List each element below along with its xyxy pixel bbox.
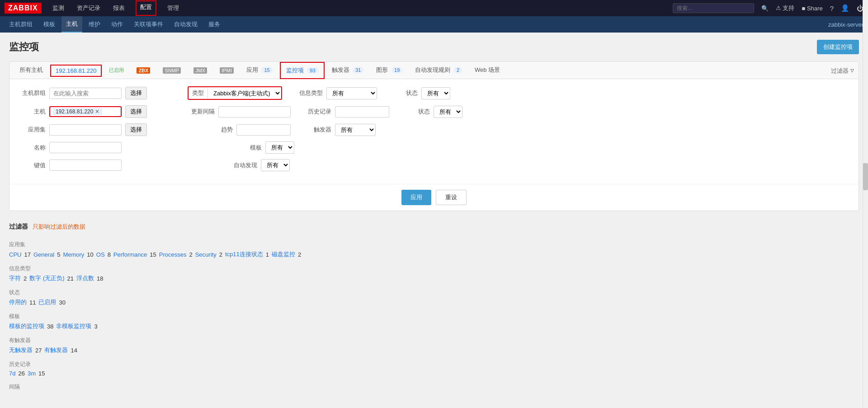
field-type: 类型 Zabbix客户端(主动式) Zabbix客户端(被动式) SNMP JM… xyxy=(188,86,282,100)
tab-web[interactable]: Web 场景 xyxy=(469,62,505,79)
app-disk[interactable]: 磁盘监控 xyxy=(272,250,295,258)
trigger-select[interactable]: 所有 有触发器 无触发器 xyxy=(335,124,376,136)
app-security[interactable]: Security xyxy=(195,251,217,258)
update-interval-input[interactable] xyxy=(218,106,291,117)
tab-jmx[interactable]: JMX xyxy=(188,63,212,78)
host-tag-remove[interactable]: ✕ xyxy=(95,108,99,115)
filter-row-3: 应用集 选择 趋势 触发器 所有 有触发器 无触发器 xyxy=(19,123,849,136)
no-trigger[interactable]: 无触发器 xyxy=(9,346,33,354)
tab-triggers[interactable]: 触发器 31 xyxy=(326,62,369,79)
app-set-select-button[interactable]: 选择 xyxy=(125,123,147,136)
tab-enabled[interactable]: 已启用 xyxy=(104,63,129,78)
nav-templates[interactable]: 模板 xyxy=(39,17,60,32)
search-input[interactable] xyxy=(673,3,754,13)
app-cpu[interactable]: CPU xyxy=(9,251,21,258)
trigger-section-label: 有触发器 xyxy=(9,337,859,344)
search-icon[interactable]: 🔍 xyxy=(761,5,769,12)
name-label: 名称 xyxy=(19,144,46,152)
page-content: 监控项 创建监控项 所有主机 192.168.81.220 已启用 ZBX SN… xyxy=(0,33,868,408)
history-7d[interactable]: 7d xyxy=(9,370,15,377)
tab-graphs[interactable]: 图形 19 xyxy=(371,62,408,79)
trend-input[interactable] xyxy=(236,124,291,136)
history-input[interactable] xyxy=(335,106,389,117)
history-links: 7d 26 3m 15 xyxy=(9,370,859,377)
field-status-right: 状态 所有 启用 停用 xyxy=(391,87,450,99)
share-link[interactable]: ■ Share xyxy=(802,5,822,12)
apply-button[interactable]: 应用 xyxy=(401,190,431,205)
host-tag-wrapper: 192.168.81.220 ✕ xyxy=(49,106,122,117)
trigger-links: 无触发器 27 有触发器 14 xyxy=(9,346,859,354)
nav-assets[interactable]: 资产记录 xyxy=(75,0,102,16)
tab-ipmi[interactable]: IPMI xyxy=(214,63,239,78)
top-nav-menu: 监测 资产记录 报表 配置 管理 xyxy=(51,0,664,16)
nav-host-groups[interactable]: 主机群组 xyxy=(5,17,37,32)
tab-host-ip[interactable]: 192.168.81.220 xyxy=(50,65,102,77)
nav-actions[interactable]: 动作 xyxy=(107,17,127,32)
reset-button[interactable]: 重设 xyxy=(436,190,467,205)
name-input[interactable] xyxy=(49,142,122,153)
app-os[interactable]: OS xyxy=(96,251,105,258)
info-float[interactable]: 浮点数 xyxy=(76,274,94,282)
field-host: 主机 192.168.81.220 ✕ 选择 xyxy=(19,105,147,118)
filter-form: 主机群组 选择 类型 Zabbix客户端(主动式) Zabbix客户端(被动式)… xyxy=(9,79,859,184)
top-nav-right: 🔍 ⚠ 支持 ■ Share ? 👤 ⏻ xyxy=(673,3,863,13)
host-tag: 192.168.81.220 ✕ xyxy=(53,108,102,115)
scrollbar[interactable] xyxy=(863,0,868,408)
history-3m[interactable]: 3m xyxy=(28,370,36,377)
nav-config[interactable]: 配置 xyxy=(136,0,156,16)
info-number[interactable]: 数字 (无正负) xyxy=(29,274,64,282)
tab-zbx[interactable]: ZBX xyxy=(131,63,156,78)
host-select-button[interactable]: 选择 xyxy=(125,105,147,118)
tab-monitor-items[interactable]: 监控项 93 xyxy=(280,62,325,79)
host-group-input[interactable] xyxy=(49,88,122,99)
status-disabled[interactable]: 停用的 xyxy=(9,298,27,306)
app-memory[interactable]: Memory xyxy=(63,251,84,258)
nav-services[interactable]: 服务 xyxy=(204,17,225,32)
tab-discovery-rules[interactable]: 自动发现规则 2 xyxy=(410,62,467,79)
nav-monitor[interactable]: 监测 xyxy=(51,0,66,16)
tab-app[interactable]: 应用 15 xyxy=(241,62,278,79)
history-section-label: 历史记录 xyxy=(9,361,859,368)
nav-hosts[interactable]: 主机 xyxy=(61,16,82,33)
non-template-items[interactable]: 非模板监控项 xyxy=(56,322,91,330)
type-select[interactable]: Zabbix客户端(主动式) Zabbix客户端(被动式) SNMP JMX I… xyxy=(208,88,281,99)
filter-row-4: 名称 模板 所有 xyxy=(19,141,849,154)
second-navigation: 主机群组 模板 主机 维护 动作 关联项事件 自动发现 服务 zabbix-se… xyxy=(0,16,868,33)
create-monitor-item-button[interactable]: 创建监控项 xyxy=(817,40,859,54)
status-left-label: 状态 xyxy=(403,108,430,116)
status-right-select[interactable]: 所有 启用 停用 xyxy=(421,87,450,99)
filter-summary: 过滤器 只影响过滤后的数据 应用集 CPU 17 General 5 Memor… xyxy=(9,218,859,403)
has-trigger[interactable]: 有触发器 xyxy=(44,346,68,354)
app-processes[interactable]: Processes xyxy=(159,251,187,258)
host-group-select-button[interactable]: 选择 xyxy=(125,87,147,99)
nav-maintenance[interactable]: 维护 xyxy=(84,17,105,32)
template-items[interactable]: 模板的监控项 xyxy=(9,322,44,330)
app-general[interactable]: General xyxy=(33,251,54,258)
app-set-input[interactable] xyxy=(49,124,122,136)
nav-reports[interactable]: 报表 xyxy=(111,0,127,16)
tab-snmp[interactable]: SNMP xyxy=(157,63,186,78)
auto-discover-select[interactable]: 所有 是 否 xyxy=(261,159,290,171)
user-icon[interactable]: 👤 xyxy=(841,4,849,12)
filter-row-1: 主机群组 选择 类型 Zabbix客户端(主动式) Zabbix客户端(被动式)… xyxy=(19,86,849,100)
scrollbar-thumb[interactable] xyxy=(863,163,868,190)
app-tcp[interactable]: tcp11连接状态 xyxy=(225,250,263,258)
filter-icon[interactable]: 过滤器 ▿ xyxy=(831,66,854,75)
summary-trigger: 有触发器 无触发器 27 有触发器 14 xyxy=(9,337,859,354)
help-icon[interactable]: ? xyxy=(830,5,834,12)
status-enabled[interactable]: 已启用 xyxy=(38,298,56,306)
field-info-type: 信息类型 所有 数字(无正负) 字符 浮点数 xyxy=(296,87,377,99)
key-input[interactable] xyxy=(49,159,122,171)
app-performance[interactable]: Performance xyxy=(113,251,147,258)
info-type-label: 信息类型 xyxy=(296,89,323,97)
template-section-label: 模板 xyxy=(9,313,859,320)
status-left-select[interactable]: 所有 xyxy=(434,106,462,118)
support-link[interactable]: ⚠ 支持 xyxy=(776,4,795,12)
nav-correlation[interactable]: 关联项事件 xyxy=(129,17,168,32)
nav-admin[interactable]: 管理 xyxy=(165,0,181,16)
nav-autodiscovery[interactable]: 自动发现 xyxy=(170,17,202,32)
info-char[interactable]: 字符 xyxy=(9,274,21,282)
template-select[interactable]: 所有 xyxy=(265,141,294,154)
info-type-select[interactable]: 所有 数字(无正负) 字符 浮点数 xyxy=(326,87,377,99)
tab-all-hosts[interactable]: 所有主机 xyxy=(14,62,48,79)
